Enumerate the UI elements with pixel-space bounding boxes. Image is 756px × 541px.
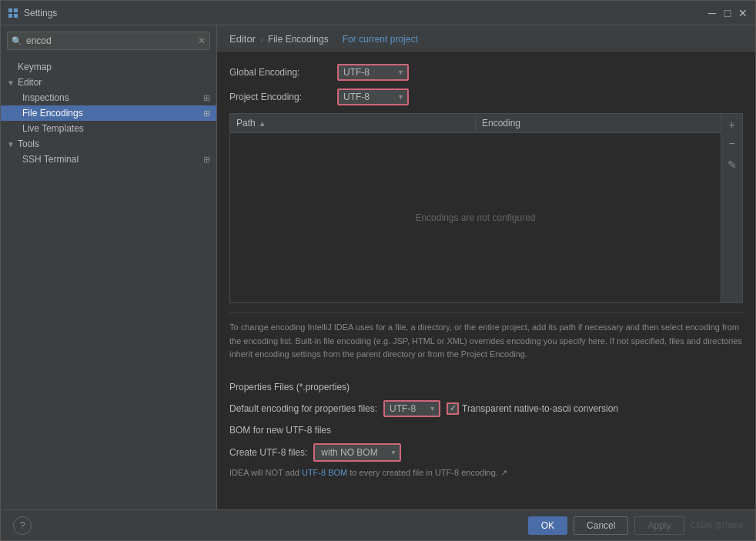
maximize-button[interactable]: □ <box>721 7 734 19</box>
help-text: To change encoding IntelliJ IDEA uses fo… <box>229 312 743 369</box>
project-encoding-label: Project Encoding: <box>229 92 337 102</box>
properties-encoding-select[interactable]: UTF-8 <box>385 402 439 416</box>
sidebar-item-editor[interactable]: ▼ Editor <box>1 75 216 90</box>
svg-rect-3 <box>14 14 18 18</box>
panel-body: Global Encoding: UTF-8 UTF-16 ISO-8859-1… <box>217 52 755 509</box>
breadcrumb-parent: Editor <box>229 33 256 45</box>
bom-create-row: Create UTF-8 files: with NO BOM with BOM… <box>229 443 743 462</box>
bom-create-select[interactable]: with NO BOM with BOM <box>315 445 400 460</box>
panel-header: Editor › File Encodings For current proj… <box>217 25 755 52</box>
search-clear-icon[interactable]: ✕ <box>198 35 206 46</box>
properties-checkbox-label: Transparent native-to-ascii conversion <box>462 403 618 414</box>
table-header-encoding: Encoding <box>476 114 721 132</box>
properties-encoding-select-wrapper: UTF-8 ▼ <box>383 400 440 417</box>
search-input[interactable] <box>7 32 210 50</box>
path-header-label: Path <box>236 118 256 129</box>
sidebar-badge-inspections: ⊞ <box>203 93 210 103</box>
bom-section-title: BOM for new UTF-8 files <box>229 425 743 436</box>
bom-note-suffix: to every created file in UTF-8 encoding.… <box>347 468 507 477</box>
help-button[interactable]: ? <box>13 516 32 535</box>
encoding-header-label: Encoding <box>482 118 520 129</box>
table-header: Path ▲ Encoding <box>230 114 721 133</box>
table-edit-button[interactable]: ✎ <box>724 157 740 172</box>
sidebar-label-tools: Tools <box>18 139 210 149</box>
tree-arrow-editor: ▼ <box>7 78 16 87</box>
sidebar-item-file-encodings[interactable]: File Encodings ⊞ <box>1 105 216 121</box>
footer: ? OK Cancel Apply CSDN @ITarmi <box>1 509 755 540</box>
properties-encoding-row: Default encoding for properties files: U… <box>229 400 743 417</box>
global-encoding-select[interactable]: UTF-8 UTF-16 ISO-8859-1 <box>339 65 407 79</box>
properties-section-title: Properties Files (*.properties) <box>229 382 743 392</box>
tree-arrow-tools: ▼ <box>7 140 16 149</box>
settings-window: Settings ─ □ ✕ 🔍 ✕ Keymap ▼ <box>0 0 756 541</box>
svg-rect-1 <box>14 8 18 12</box>
sidebar-label-ssh-terminal: SSH Terminal <box>22 154 203 165</box>
bom-select-wrapper: with NO BOM with BOM ▼ <box>313 443 401 462</box>
global-encoding-row: Global Encoding: UTF-8 UTF-16 ISO-8859-1… <box>229 64 743 81</box>
bom-note-prefix: IDEA will NOT add <box>229 468 302 477</box>
sort-arrow-icon: ▲ <box>259 119 266 128</box>
sidebar-item-keymap[interactable]: Keymap <box>1 59 216 75</box>
sidebar-tree: Keymap ▼ Editor Inspections ⊞ File Encod… <box>1 56 216 509</box>
properties-encoding-label: Default encoding for properties files: <box>229 403 377 414</box>
bom-note: IDEA will NOT add UTF-8 BOM to every cre… <box>229 468 743 478</box>
table-actions: + − ✎ <box>721 114 742 302</box>
sidebar-item-tools[interactable]: ▼ Tools <box>1 136 216 152</box>
sidebar-item-live-templates[interactable]: Live Templates <box>1 121 216 136</box>
sidebar-label-inspections: Inspections <box>22 92 203 103</box>
table-add-button[interactable]: + <box>724 117 740 132</box>
bom-note-link[interactable]: UTF-8 BOM <box>302 468 347 477</box>
watermark: CSDN @ITarmi <box>691 521 744 529</box>
window-controls: ─ □ ✕ <box>706 7 749 19</box>
sidebar-label-file-encodings: File Encodings <box>22 108 203 119</box>
breadcrumb-separator: › <box>260 34 263 45</box>
encoding-table: Path ▲ Encoding Encodings are not config… <box>229 113 743 303</box>
window-title: Settings <box>24 8 706 18</box>
project-encoding-row: Project Encoding: UTF-8 UTF-16 ISO-8859-… <box>229 88 743 105</box>
properties-checkbox-wrapper: ✓ Transparent native-to-ascii conversion <box>447 402 618 415</box>
footer-buttons: OK Cancel Apply <box>528 516 684 535</box>
main-content: 🔍 ✕ Keymap ▼ Editor Inspections ⊞ <box>1 25 755 509</box>
table-empty-text: Encodings are not configured <box>415 212 535 223</box>
sidebar-item-ssh-terminal[interactable]: SSH Terminal ⊞ <box>1 152 216 167</box>
sidebar-label-live-templates: Live Templates <box>22 123 210 134</box>
sidebar-label-keymap: Keymap <box>18 62 210 72</box>
cancel-button[interactable]: Cancel <box>574 516 628 535</box>
sidebar-label-editor: Editor <box>18 77 210 88</box>
help-icon: ? <box>19 519 25 531</box>
table-header-path: Path ▲ <box>230 114 476 132</box>
apply-button[interactable]: Apply <box>634 516 684 535</box>
svg-rect-2 <box>8 14 12 18</box>
project-encoding-select-wrapper: UTF-8 UTF-16 ISO-8859-1 ▼ <box>337 88 409 105</box>
project-encoding-select[interactable]: UTF-8 UTF-16 ISO-8859-1 <box>339 90 407 104</box>
right-panel: Editor › File Encodings For current proj… <box>217 25 755 509</box>
sidebar: 🔍 ✕ Keymap ▼ Editor Inspections ⊞ <box>1 25 217 509</box>
close-button[interactable]: ✕ <box>737 7 749 19</box>
global-encoding-select-wrapper: UTF-8 UTF-16 ISO-8859-1 ▼ <box>337 64 409 81</box>
app-icon <box>7 7 19 19</box>
minimize-button[interactable]: ─ <box>706 7 718 19</box>
global-encoding-label: Global Encoding: <box>229 67 337 78</box>
encoding-table-main: Path ▲ Encoding Encodings are not config… <box>230 114 721 302</box>
title-bar: Settings ─ □ ✕ <box>1 1 755 25</box>
svg-rect-0 <box>8 8 12 12</box>
sidebar-item-inspections[interactable]: Inspections ⊞ <box>1 90 216 105</box>
breadcrumb-current: File Encodings <box>268 34 329 45</box>
properties-section: Properties Files (*.properties) Default … <box>229 382 743 417</box>
checkbox-check-icon: ✓ <box>450 403 457 413</box>
table-remove-button[interactable]: − <box>724 135 740 151</box>
sidebar-badge-ssh-terminal: ⊞ <box>203 155 210 165</box>
bom-section: BOM for new UTF-8 files Create UTF-8 fil… <box>229 425 743 478</box>
bom-create-label: Create UTF-8 files: <box>229 447 307 458</box>
ok-button[interactable]: OK <box>528 516 567 535</box>
search-icon: 🔍 <box>12 36 22 46</box>
table-body: Encodings are not configured <box>230 133 721 302</box>
breadcrumb-link[interactable]: For current project <box>343 34 418 45</box>
search-box: 🔍 ✕ <box>7 32 210 50</box>
native-to-ascii-checkbox[interactable]: ✓ <box>447 402 459 415</box>
sidebar-badge-file-encodings: ⊞ <box>203 109 210 119</box>
